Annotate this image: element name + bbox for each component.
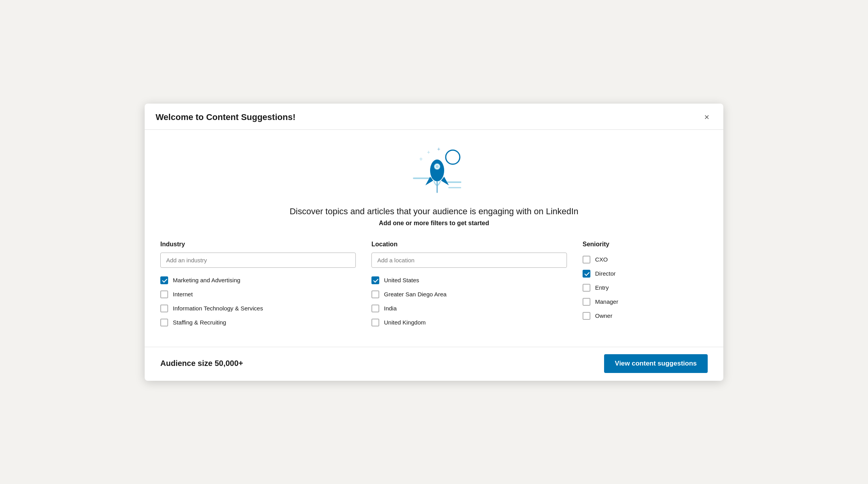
- filters-row: Industry Marketing and Advertising Inter…: [160, 241, 708, 330]
- industry-it-checkbox[interactable]: [160, 305, 168, 312]
- svg-point-9: [436, 165, 439, 168]
- industry-marketing-label: Marketing and Advertising: [173, 277, 240, 283]
- location-uk-label: United Kingdom: [384, 319, 426, 326]
- list-item: Information Technology & Services: [160, 301, 356, 315]
- close-button[interactable]: ×: [701, 111, 712, 123]
- seniority-director-label: Director: [595, 270, 616, 277]
- industry-internet-label: Internet: [173, 291, 193, 298]
- svg-text:+: +: [427, 149, 430, 155]
- location-column: Location United States Greater San Diego…: [371, 241, 567, 330]
- list-item: Staffing & Recruiting: [160, 315, 356, 330]
- seniority-label: Seniority: [583, 241, 708, 248]
- seniority-column: Seniority CXO Director Entry Manager: [583, 241, 708, 330]
- location-us-checkbox[interactable]: [371, 276, 379, 284]
- industry-staffing-label: Staffing & Recruiting: [173, 319, 226, 326]
- location-india-label: India: [384, 305, 397, 312]
- list-item: CXO: [583, 253, 708, 267]
- seniority-owner-checkbox[interactable]: [583, 312, 590, 320]
- seniority-manager-label: Manager: [595, 298, 618, 305]
- location-sandiego-checkbox[interactable]: [371, 290, 379, 298]
- list-item: Director: [583, 267, 708, 281]
- seniority-owner-label: Owner: [595, 312, 612, 319]
- location-us-label: United States: [384, 277, 419, 283]
- seniority-manager-checkbox[interactable]: [583, 298, 590, 306]
- view-content-suggestions-button[interactable]: View content suggestions: [604, 354, 708, 373]
- list-item: Owner: [583, 309, 708, 323]
- list-item: India: [371, 301, 567, 315]
- industry-input[interactable]: [160, 253, 356, 268]
- industry-label: Industry: [160, 241, 356, 248]
- list-item: United States: [371, 273, 567, 287]
- audience-size: Audience size 50,000+: [160, 359, 243, 368]
- modal-footer: Audience size 50,000+ View content sugge…: [145, 347, 723, 381]
- location-label: Location: [371, 241, 567, 248]
- industry-marketing-checkbox[interactable]: [160, 276, 168, 284]
- list-item: United Kingdom: [371, 315, 567, 330]
- seniority-cxo-checkbox[interactable]: [583, 256, 590, 264]
- subtitle: Add one or more filters to get started: [160, 220, 708, 227]
- industry-it-label: Information Technology & Services: [173, 305, 263, 312]
- location-uk-checkbox[interactable]: [371, 319, 379, 326]
- seniority-entry-checkbox[interactable]: [583, 284, 590, 292]
- svg-text:+: +: [437, 146, 440, 152]
- list-item: Entry: [583, 281, 708, 295]
- location-sandiego-label: Greater San Diego Area: [384, 291, 447, 298]
- seniority-entry-label: Entry: [595, 284, 609, 291]
- industry-staffing-checkbox[interactable]: [160, 319, 168, 326]
- svg-point-3: [446, 150, 460, 164]
- svg-text:+: +: [419, 156, 423, 162]
- industry-internet-checkbox[interactable]: [160, 290, 168, 298]
- list-item: Greater San Diego Area: [371, 287, 567, 301]
- list-item: Marketing and Advertising: [160, 273, 356, 287]
- location-input[interactable]: [371, 253, 567, 268]
- tagline: Discover topics and articles that your a…: [160, 206, 708, 217]
- modal-title: Welcome to Content Suggestions!: [156, 112, 296, 122]
- content-suggestions-modal: Welcome to Content Suggestions! × + + +: [145, 104, 723, 381]
- industry-column: Industry Marketing and Advertising Inter…: [160, 241, 356, 330]
- list-item: Manager: [583, 295, 708, 309]
- seniority-cxo-label: CXO: [595, 256, 608, 263]
- illustration: + + +: [160, 142, 708, 197]
- seniority-director-checkbox[interactable]: [583, 270, 590, 278]
- location-india-checkbox[interactable]: [371, 305, 379, 312]
- list-item: Internet: [160, 287, 356, 301]
- modal-body: + + +: [145, 130, 723, 341]
- modal-header: Welcome to Content Suggestions! ×: [145, 104, 723, 130]
